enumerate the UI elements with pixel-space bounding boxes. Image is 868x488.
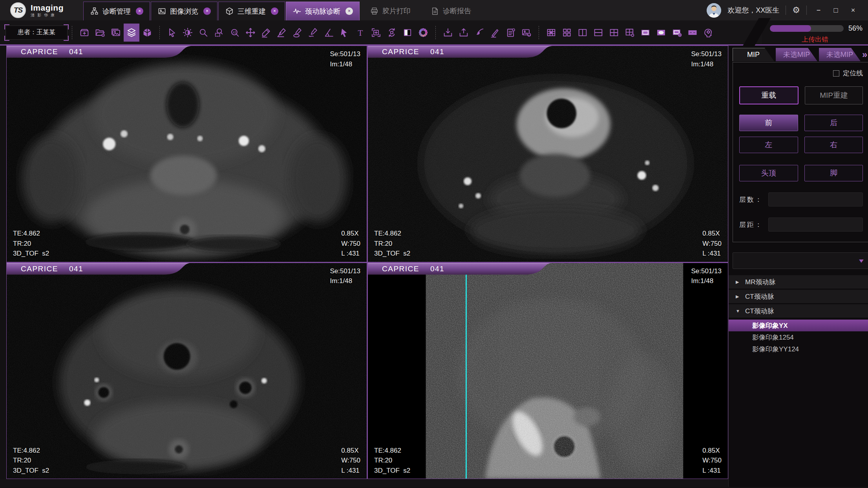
tree-item-impression-yy124[interactable]: 影像印象YY124	[729, 343, 868, 355]
layout-1x2-icon[interactable]	[575, 24, 590, 42]
measure-freehand-icon[interactable]	[305, 24, 321, 42]
layout-grid-icon[interactable]	[543, 24, 559, 42]
tree-node-label: MR颈动脉	[745, 278, 775, 287]
direction-front-button[interactable]: 前	[739, 115, 798, 131]
series-dropdown[interactable]: ▼	[733, 252, 868, 269]
tree-node-ct-carotid-2[interactable]: ▼ CT颈动脉	[729, 304, 868, 318]
tab-diagnosis-report[interactable]: 诊断报告	[421, 2, 481, 20]
layers-icon[interactable]	[124, 24, 139, 42]
maximize-button[interactable]: □	[830, 6, 841, 15]
patient-name-field[interactable]: 患者：王某某	[5, 26, 68, 40]
measure-length-icon[interactable]	[258, 24, 274, 42]
tree-item-impression-1254[interactable]: 影像印象1254	[729, 331, 868, 343]
layout-2x1-icon[interactable]	[590, 24, 606, 42]
direction-back-button[interactable]: 后	[804, 115, 863, 131]
image-browse-icon[interactable]	[108, 24, 124, 42]
direction-foot-button[interactable]: 脚	[804, 165, 863, 181]
upload-progress-bar	[770, 25, 844, 32]
zoom-2x-icon[interactable]: x2	[227, 24, 243, 42]
series-info-overlay: Se:501/13Im:1/48	[691, 266, 722, 286]
settings-gear-icon[interactable]: ⚙	[792, 5, 800, 15]
tab-unselected-mip-1[interactable]: 未选MIP	[776, 48, 817, 61]
series-banner: CAPRICE 041	[7, 46, 191, 58]
tab-film-print[interactable]: 胶片打印	[360, 2, 420, 20]
volume-3d-icon[interactable]	[139, 24, 155, 42]
import-icon[interactable]	[456, 24, 471, 42]
new-exam-icon[interactable]	[77, 24, 92, 42]
tab-mip[interactable]: MIP	[733, 48, 774, 61]
angle-icon[interactable]	[321, 24, 337, 42]
window-level-overlay: 0.85XW:750L :431	[702, 446, 722, 476]
zoom-region-icon[interactable]	[211, 24, 227, 42]
tree-collapsed-icon[interactable]: ▶	[736, 280, 740, 285]
pen-icon[interactable]	[487, 24, 503, 42]
layout-2x2-icon[interactable]	[606, 24, 622, 42]
report-icon	[430, 7, 439, 16]
tree-node-ct-carotid-1[interactable]: ▶ CT颈动脉	[729, 290, 868, 303]
close-icon[interactable]: ×	[203, 7, 211, 15]
user-avatar[interactable]	[707, 3, 721, 18]
tab-3d-reconstruction[interactable]: 三维重建 ×	[218, 2, 285, 20]
reload-button[interactable]: 重载	[739, 86, 799, 104]
modality-label: CAPRICE	[382, 265, 419, 273]
mip-rebuild-button[interactable]: MIP重建	[805, 86, 863, 104]
close-icon[interactable]: ×	[271, 7, 278, 15]
cursor-icon[interactable]	[164, 24, 180, 42]
open-study-icon[interactable]	[92, 24, 108, 42]
shape-rect-icon[interactable]	[638, 24, 653, 42]
tab-diagnosis-management[interactable]: 诊断管理 ×	[83, 2, 150, 20]
localizer-checkbox-label: 定位线	[843, 69, 863, 78]
viewport-4[interactable]: CAPRICE 041 Se:501/13Im:1/48 TE:4.862TR:…	[368, 263, 728, 479]
zoom-icon[interactable]	[196, 24, 211, 42]
brush-icon[interactable]	[471, 24, 487, 42]
pseudo-color-icon[interactable]	[415, 24, 431, 42]
filmstrip-icon[interactable]	[685, 24, 700, 42]
slice-count-input[interactable]	[768, 192, 863, 207]
window-close-button[interactable]: ×	[848, 6, 859, 15]
viewport-2[interactable]: CAPRICE 041 Se:501/13Im:1/48 TE:4.862TR:…	[368, 46, 728, 262]
localizer-crosshair-line[interactable]	[466, 263, 467, 479]
localizer-checkbox[interactable]	[833, 70, 839, 77]
tree-node-mr-carotid[interactable]: ▶ MR颈动脉	[729, 275, 868, 289]
tab-label: 诊断报告	[443, 6, 471, 16]
tree-expanded-icon[interactable]: ▼	[736, 309, 740, 313]
titlebar-right: 欢迎您，XX医生 ⚙ − □ ×	[707, 3, 868, 18]
series-banner: CAPRICE 041	[7, 263, 191, 275]
minimize-button[interactable]: −	[813, 6, 824, 15]
mri-axial-image-1	[7, 46, 367, 262]
measure-angle-pencil-icon[interactable]	[274, 24, 290, 42]
report-add-icon[interactable]	[503, 24, 519, 42]
export-icon[interactable]	[440, 24, 456, 42]
layout-tiles-icon[interactable]	[559, 24, 575, 42]
close-icon[interactable]: ×	[136, 7, 143, 15]
image-upload-icon[interactable]	[519, 24, 534, 42]
dropdown-caret-icon: ▼	[857, 258, 865, 264]
window-level-icon[interactable]	[180, 24, 196, 42]
tab-image-browse[interactable]: 图像浏览 ×	[151, 2, 217, 20]
layout-close-icon[interactable]	[622, 24, 638, 42]
chevron-more-icon[interactable]: »	[862, 49, 868, 60]
tab-carotid-diagnosis[interactable]: 颈动脉诊断 ×	[286, 2, 360, 20]
magnify-rect-icon[interactable]	[368, 24, 384, 42]
invert-icon[interactable]	[400, 24, 415, 42]
rotate-icon[interactable]	[384, 24, 400, 42]
arrow-annotation-icon[interactable]	[337, 24, 353, 42]
tree-item-impression-yx[interactable]: 影像印象YX	[729, 320, 868, 331]
tree-node-label: CT颈动脉	[745, 307, 774, 316]
direction-left-button[interactable]: 左	[739, 137, 798, 153]
ai-assist-icon[interactable]	[700, 24, 716, 42]
tab-unselected-mip-2[interactable]: 未选MIP	[819, 48, 861, 61]
viewport-3[interactable]: CAPRICE 041 Se:501/13Im:1/48 TE:4.862TR:…	[7, 263, 367, 479]
pan-icon[interactable]	[243, 24, 258, 42]
viewport-1[interactable]: CAPRICE 041 Se:501/13Im:1/48 TE:4.862TR:…	[7, 46, 367, 262]
tree-collapsed-icon[interactable]: ▶	[736, 294, 740, 299]
slice-gap-input[interactable]	[768, 217, 863, 232]
close-icon[interactable]: ×	[345, 7, 353, 15]
shape-ellipse-icon[interactable]	[653, 24, 669, 42]
text-annotation-icon[interactable]: T	[353, 24, 368, 42]
direction-right-button[interactable]: 右	[804, 137, 863, 153]
direction-head-button[interactable]: 头顶	[739, 165, 798, 181]
measure-ellipse-icon[interactable]	[290, 24, 305, 42]
patient-number: 041	[69, 48, 83, 56]
shape-rect-close-icon[interactable]	[669, 24, 685, 42]
